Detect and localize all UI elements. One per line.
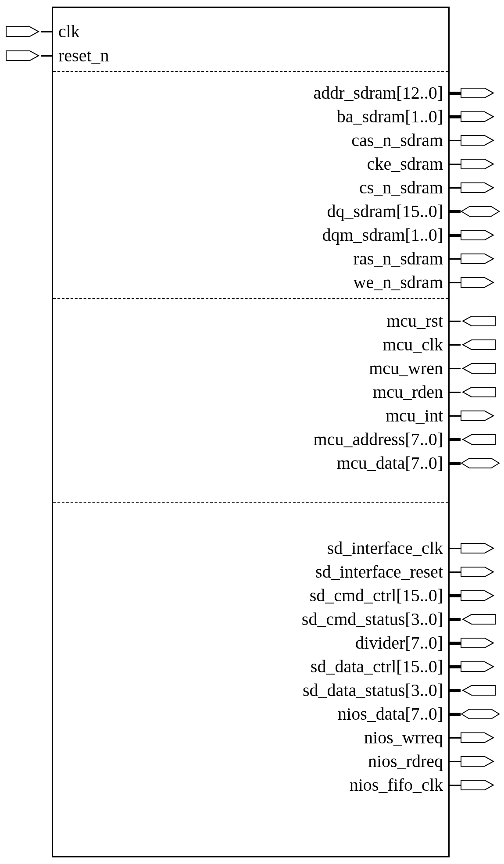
input-pin-icon — [461, 433, 496, 446]
port-row-s2-2: sd_cmd_ctrl[15..0] — [53, 585, 448, 606]
pin-wrapper — [448, 248, 496, 269]
output-pin-icon — [461, 110, 496, 123]
pin-line — [448, 462, 461, 465]
pin-line — [448, 737, 461, 739]
port-label: nios_wrreq — [359, 729, 448, 746]
port-row-s2-3: sd_cmd_status[3..0] — [53, 609, 448, 630]
pin-line — [448, 689, 461, 692]
port-label: nios_rdreq — [363, 753, 448, 770]
output-pin-icon — [461, 181, 496, 194]
pin-wrapper — [448, 130, 496, 151]
pin-line — [448, 415, 461, 417]
bidir-pin-icon — [461, 707, 500, 721]
pin-line — [448, 187, 461, 189]
port-row-s1-0: mcu_rst — [53, 311, 448, 332]
input-pin-icon — [461, 338, 496, 351]
output-pin-icon — [461, 542, 496, 555]
pin-wrapper — [448, 225, 496, 246]
output-pin-icon — [461, 134, 496, 147]
port-label: addr_sdram[12..0] — [308, 84, 448, 102]
pin-wrapper — [448, 201, 500, 222]
pin-wrapper — [448, 656, 496, 677]
output-pin-icon — [461, 755, 496, 768]
port-row-s1-6: mcu_data[7..0] — [53, 453, 448, 474]
input-pin-icon — [461, 613, 496, 626]
pin-wrapper — [448, 775, 496, 796]
port-label: ba_sdram[1..0] — [332, 108, 448, 125]
output-pin-icon — [461, 660, 496, 673]
pin-line — [448, 713, 461, 716]
pin-wrapper — [448, 405, 496, 426]
pin-wrapper — [448, 82, 496, 104]
pin-line — [448, 140, 461, 141]
section-divider-0 — [53, 71, 448, 72]
pin-wrapper — [448, 358, 496, 379]
port-row-s0-7: ras_n_sdram — [53, 248, 448, 269]
pin-line — [448, 368, 461, 369]
pin-line — [448, 665, 461, 668]
port-row-s1-5: mcu_address[7..0] — [53, 429, 448, 450]
pin-line — [448, 785, 461, 786]
port-row-s0-1: ba_sdram[1..0] — [53, 106, 448, 127]
port-row-s2-9: nios_rdreq — [53, 751, 448, 772]
port-label: mcu_clk — [377, 336, 448, 353]
port-label: mcu_int — [380, 407, 448, 425]
pin-line — [448, 642, 461, 645]
pin-line — [448, 234, 461, 237]
port-row-s0-2: cas_n_sdram — [53, 130, 448, 151]
pin-line — [448, 258, 461, 260]
port-label: cke_sdram — [362, 155, 448, 173]
output-pin-icon — [461, 228, 496, 242]
pin-wrapper — [448, 703, 500, 725]
port-label: sd_data_status[3..0] — [297, 682, 448, 699]
port-label: cas_n_sdram — [346, 132, 448, 149]
input-pin-icon — [461, 362, 496, 375]
pin-wrapper — [448, 632, 496, 653]
pin-line — [448, 344, 461, 346]
port-label: dq_sdram[15..0] — [322, 203, 448, 220]
port-label: nios_fifo_clk — [344, 776, 448, 794]
pin-wrapper — [448, 538, 496, 559]
input-pin-icon — [6, 25, 41, 38]
pin-wrapper — [448, 561, 496, 582]
port-row-s2-10: nios_fifo_clk — [53, 775, 448, 796]
port-label: mcu_address[7..0] — [308, 431, 448, 448]
pin-line — [448, 571, 461, 573]
pin-wrapper — [448, 177, 496, 198]
port-row-input-1: reset_n — [53, 45, 114, 66]
pin-line — [448, 438, 461, 441]
port-label: divider[7..0] — [350, 634, 448, 652]
port-row-s2-1: sd_interface_reset — [53, 561, 448, 582]
pin-wrapper — [448, 429, 496, 450]
port-label: sd_cmd_status[3..0] — [297, 611, 448, 628]
port-label: mcu_rst — [381, 312, 448, 330]
section-divider-1 — [53, 298, 448, 299]
pin-line — [448, 321, 461, 322]
pin-line — [448, 282, 461, 283]
pin-wrapper — [448, 311, 496, 332]
pin-line — [448, 164, 461, 165]
port-row-s2-0: sd_interface_clk — [53, 538, 448, 559]
port-row-s2-7: nios_data[7..0] — [53, 703, 448, 725]
output-pin-icon — [461, 157, 496, 171]
pin-line — [448, 761, 461, 762]
output-pin-icon — [461, 276, 496, 289]
pin-wrapper — [448, 106, 496, 127]
pin-wrapper — [448, 585, 496, 606]
port-label: ras_n_sdram — [348, 250, 448, 268]
pin-wrapper — [448, 727, 496, 748]
port-row-s0-0: addr_sdram[12..0] — [53, 82, 448, 104]
port-row-s2-6: sd_data_status[3..0] — [53, 680, 448, 701]
pin-wrapper — [448, 154, 496, 175]
port-label: sd_interface_clk — [322, 539, 448, 557]
port-label: we_n_sdram — [348, 274, 448, 291]
pin-line — [448, 392, 461, 393]
bidir-pin-icon — [461, 205, 500, 218]
port-row-s0-6: dqm_sdram[1..0] — [53, 225, 448, 246]
pin-wrapper — [6, 21, 53, 42]
pin-wrapper — [448, 334, 496, 355]
port-label: reset_n — [53, 47, 114, 64]
pin-wrapper — [6, 45, 53, 66]
pin-line — [448, 594, 461, 597]
pin-line — [41, 31, 53, 32]
